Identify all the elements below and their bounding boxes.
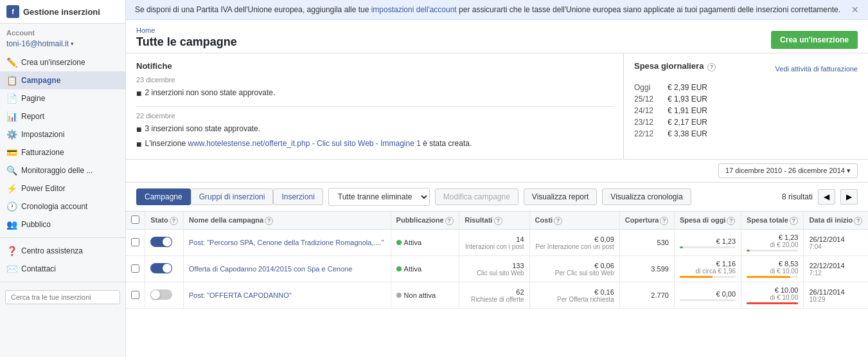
banner-close-button[interactable]: ✕	[851, 5, 859, 14]
sidebar-item-pagine[interactable]: 📄Pagine	[0, 89, 125, 107]
status-dot-1	[396, 266, 402, 271]
notif-item-1-1: ■L'inserzione www.hotelestense.net/offer…	[136, 137, 613, 152]
power-editor-icon: ⚡	[6, 183, 17, 194]
breadcrumb-home-link[interactable]: Home	[136, 26, 155, 34]
col-help-copertura-icon[interactable]: ?	[660, 217, 668, 225]
col-help-risultati-icon[interactable]: ?	[494, 217, 502, 225]
campaign-name-link-2[interactable]: Post: "OFFERTA CAPODANNO"	[189, 291, 292, 299]
tab-inserzioni[interactable]: Inserzioni	[273, 188, 323, 205]
row-results-cell-1: 133Clic sul sito Web	[459, 256, 529, 282]
sidebar-item-contattaci[interactable]: ✉️Contattaci	[0, 260, 125, 278]
status-dot-0	[396, 240, 402, 245]
row-toggle-0[interactable]	[150, 237, 172, 247]
date-range-button[interactable]: 17 dicembre 2010 - 26 dicembre 2014 ▾	[718, 163, 858, 178]
notif-date-1: 22 dicembre	[136, 112, 613, 120]
col-help-spesa_totale-icon[interactable]: ?	[790, 217, 798, 225]
spending-help-icon[interactable]: ?	[707, 63, 716, 71]
tab-campagne[interactable]: Campagne	[136, 188, 191, 205]
table-row: Post: "OFFERTA CAPODANNO"Non attiva62Ric…	[126, 282, 868, 309]
costs-sub-0: Per Interazione con un post	[535, 243, 614, 250]
sidebar-item-pubblico[interactable]: 👥Pubblico	[0, 215, 125, 233]
campaign-name-link-1[interactable]: Offerta di Capodanno 2014/2015 con Spa e…	[189, 265, 352, 273]
sidebar-item-fatturazione[interactable]: 💳Fatturazione	[0, 143, 125, 161]
col-help-data_inizio-icon[interactable]: ?	[854, 217, 862, 225]
status-dot-2	[396, 293, 402, 298]
view-history-button[interactable]: Visualizza cronologia	[602, 188, 691, 205]
notif-link[interactable]: www.hotelestense.net/offerte_it.php - Cl…	[188, 139, 420, 148]
report-icon: 📊	[6, 111, 17, 122]
pagine-icon: 📄	[6, 93, 17, 104]
info-section: Notifiche 23 dicembre■2 inserzioni non s…	[126, 53, 868, 160]
row-checkbox-1[interactable]	[131, 264, 139, 273]
total-progress-bar-0	[747, 250, 750, 252]
view-report-button[interactable]: Visualizza report	[524, 188, 598, 205]
sidebar-item-power-editor[interactable]: ⚡Power Editor	[0, 179, 125, 197]
row-costs-cell-2: € 0,16Per Offerta richiesta	[529, 282, 619, 309]
row-today-spend-cell-0: € 1,23	[674, 230, 741, 256]
col-help-stato-icon[interactable]: ?	[170, 217, 178, 225]
row-checkbox-2[interactable]	[131, 291, 139, 299]
col-header-spesa_oggi: Spesa di oggi?	[674, 212, 741, 230]
select-all-checkbox[interactable]	[131, 215, 139, 224]
row-checkbox-0[interactable]	[131, 238, 139, 246]
sidebar-item-centro[interactable]: ❓Centro assistenza	[0, 242, 125, 260]
sidebar-item-campagne[interactable]: 📋Campagne	[0, 71, 125, 89]
spending-row-value: € 1,91 EUR	[668, 106, 707, 115]
next-page-button[interactable]: ▶	[840, 189, 858, 205]
tab-gruppi[interactable]: Gruppi di inserzioni	[191, 188, 274, 205]
monitoraggio-icon: 🔍	[6, 165, 17, 176]
sidebar-logo: f Gestione inserzioni	[0, 0, 125, 24]
sidebar-item-crea[interactable]: ✏️Crea un'inserzione	[0, 53, 125, 71]
start-date-sub-0: 7:04	[809, 243, 863, 250]
col-header-spesa_totale: Spesa totale?	[741, 212, 804, 230]
spending-row-label: 25/12	[634, 95, 660, 104]
sidebar-item-label: Pubblico	[21, 220, 51, 229]
account-name[interactable]: toni-16@hotmail.it ▾	[0, 38, 125, 53]
row-total-spend-cell-0: € 1,23di € 20,00	[741, 230, 804, 256]
sidebar-item-impostazioni[interactable]: ⚙️Impostazioni	[0, 125, 125, 143]
sidebar-item-label: Fatturazione	[21, 148, 64, 157]
sidebar-search-divider	[0, 282, 125, 282]
total-progress-bar-1	[747, 276, 790, 278]
sidebar-item-label: Monitoraggio delle ...	[21, 166, 93, 175]
billing-activity-link[interactable]: Vedi attività di fatturazione	[775, 65, 858, 73]
row-toggle-2[interactable]	[150, 289, 172, 300]
row-coverage-cell-2: 2.770	[619, 282, 674, 309]
today-spend-value-0: € 1,23	[680, 237, 736, 245]
search-input[interactable]	[5, 290, 120, 304]
notif-divider	[136, 106, 613, 107]
sidebar-item-report[interactable]: 📊Report	[0, 107, 125, 125]
results-count: 8 risultati	[782, 192, 813, 201]
tab-buttons: CampagneGruppi di inserzioniInserzioni	[136, 188, 323, 205]
modify-campaigns-button[interactable]: Modifica campagne	[435, 188, 518, 205]
filter-dropdown[interactable]: Tutte tranne eliminate	[328, 188, 430, 206]
col-help-pubblicazione-icon[interactable]: ?	[445, 217, 454, 225]
today-spend-value-1: € 1,16	[680, 260, 736, 268]
create-insertion-button[interactable]: Crea un'inserzione	[771, 31, 858, 49]
contattaci-icon: ✉️	[6, 264, 17, 274]
col-help-spesa_oggi-icon[interactable]: ?	[727, 217, 735, 225]
sidebar-logo-text: Gestione inserzioni	[23, 7, 100, 17]
total-progress-wrap-1	[747, 276, 798, 278]
row-today-spend-cell-2: € 0,00	[674, 282, 741, 309]
sidebar-item-cronologia[interactable]: 🕐Cronologia account	[0, 197, 125, 215]
row-status-cell-2: Non attiva	[391, 282, 459, 309]
row-start-date-cell-2: 26/11/201410:29	[804, 282, 868, 309]
table-row: Post: "Percorso SPA, Cenone della Tradiz…	[126, 230, 868, 256]
impostazioni-icon: ⚙️	[6, 129, 17, 140]
prev-page-button[interactable]: ◀	[818, 189, 835, 205]
sidebar-item-monitoraggio[interactable]: 🔍Monitoraggio delle ...	[0, 161, 125, 179]
col-help-nome-icon[interactable]: ?	[265, 217, 273, 225]
campaign-name-link-0[interactable]: Post: "Percorso SPA, Cenone della Tradiz…	[189, 239, 384, 246]
row-toggle-1[interactable]	[150, 263, 172, 273]
col-help-costi-icon[interactable]: ?	[554, 217, 562, 225]
col-header-risultati: Risultati?	[459, 212, 529, 230]
notification-banner: Se disponi di una Partita IVA dell'Union…	[126, 0, 868, 20]
status-label-1: Attiva	[404, 265, 422, 273]
page-title: Tutte le campagne	[136, 35, 237, 49]
today-progress-bar-0	[680, 246, 683, 248]
spending-row-3: 23/12€ 2,17 EUR	[634, 116, 858, 128]
sidebar: f Gestione inserzioni Account toni-16@ho…	[0, 0, 126, 357]
today-spend-value-2: € 0,00	[680, 290, 736, 298]
account-settings-link[interactable]: impostazioni dell'account	[371, 5, 457, 14]
